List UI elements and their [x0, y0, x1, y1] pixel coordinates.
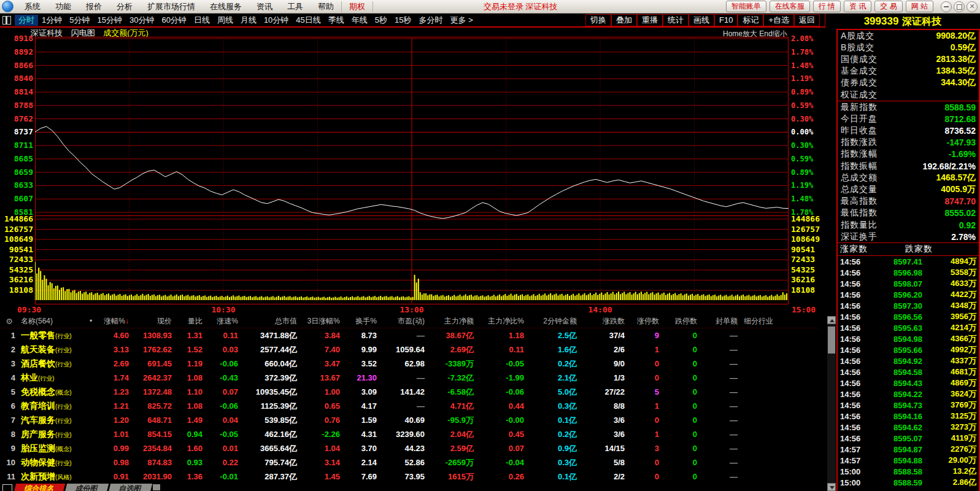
toolbar-button[interactable]: 标记 — [738, 14, 763, 26]
column-header[interactable]: 涨停数 — [628, 315, 663, 328]
axis-label: 144866 — [1, 214, 33, 224]
tick-price: 8597.30 — [870, 301, 922, 311]
period-tab[interactable]: 15秒 — [391, 15, 415, 26]
column-header[interactable]: 跌停数 — [663, 315, 701, 328]
column-header[interactable]: 总市值 — [242, 315, 301, 328]
table-scrollbar[interactable] — [827, 316, 836, 491]
column-header[interactable]: 细分行业 — [741, 315, 819, 328]
period-tab[interactable]: 1分钟 — [38, 15, 66, 26]
table-row[interactable]: 8房产服务(行业)1.01854.150.94-0.05462.16亿-2.26… — [0, 427, 819, 441]
column-header-name[interactable]: 名称(564) — [18, 315, 87, 328]
quick-button[interactable]: 交 易 — [874, 1, 902, 12]
toolbar-button[interactable]: 重播 — [637, 14, 663, 26]
layout-icon[interactable] — [2, 16, 11, 25]
period-tab[interactable]: 年线 — [348, 15, 371, 26]
scroll-up-icon[interactable] — [827, 316, 836, 324]
table-row[interactable]: 9胎压监测(概念)0.992354.841.600.013665.64亿1.04… — [0, 441, 819, 455]
menu-item-top[interactable]: 功能 — [48, 2, 79, 11]
data-cell: -0.05 — [477, 357, 528, 371]
quick-button[interactable]: 在线客服 — [770, 1, 810, 12]
column-header[interactable]: 主力净额 — [428, 315, 477, 328]
data-cell: 0 — [628, 413, 663, 427]
data-cell: — — [701, 342, 741, 357]
menu-item-top[interactable]: 工具 — [280, 2, 311, 11]
sector-type-tag: (行业) — [55, 460, 72, 466]
menu-item-top[interactable]: 帮助 — [311, 2, 341, 11]
menu-item-top[interactable]: 系统 — [17, 2, 48, 11]
period-tab[interactable]: 5秒 — [371, 15, 391, 26]
period-tab[interactable]: 多分时 — [415, 15, 447, 26]
minimize-button[interactable] — [941, 1, 952, 12]
quick-button[interactable]: 网 站 — [906, 1, 933, 12]
menu-item-options[interactable]: 期权 — [341, 1, 373, 12]
toolbar-button[interactable]: 切换 — [585, 14, 611, 26]
menu-item-top[interactable]: 报价 — [79, 2, 109, 11]
table-row[interactable]: 11次新预增(风格)0.912031.901.36-0.01287.37亿1.4… — [0, 470, 819, 483]
toolbar-button[interactable]: +自选 — [763, 14, 794, 26]
table-row[interactable]: 10动物保健(行业)0.98874.830.930.22795.74亿3.142… — [0, 455, 819, 470]
bottom-tab[interactable]: 成份图 — [64, 484, 109, 491]
column-header[interactable]: 3日涨幅% — [301, 315, 344, 328]
close-button[interactable]: ✕ — [966, 1, 978, 12]
column-header[interactable]: 现价 — [133, 315, 176, 328]
table-row[interactable]: 7汽车服务(行业)1.20648.711.490.04539.85亿0.761.… — [0, 413, 819, 427]
column-header[interactable]: 换手% — [344, 315, 380, 328]
toolbar-button[interactable]: F10 — [714, 14, 738, 26]
menu-item-top[interactable]: 资讯 — [249, 2, 280, 11]
menu-item-top[interactable]: 扩展市场行情 — [140, 2, 203, 11]
tab-scroll-button[interactable] — [153, 484, 160, 490]
table-row[interactable]: 1一般零售(行业)4.601308.931.310.113471.88亿3.84… — [0, 328, 819, 342]
column-header[interactable]: 涨幅%↓ — [98, 315, 133, 328]
period-tab[interactable]: 周线 — [214, 15, 237, 26]
period-tab[interactable]: 更多 > — [447, 15, 477, 26]
quick-button[interactable]: 智能账单 — [726, 1, 766, 12]
chart-plot[interactable] — [35, 37, 789, 304]
settings-icon[interactable]: ⚙ — [0, 315, 18, 328]
quick-button[interactable]: 资 讯 — [844, 1, 871, 12]
tick-price: 8597.41 — [870, 257, 922, 266]
column-header[interactable]: 涨速% — [206, 315, 242, 328]
toolbar-button[interactable]: 返回 — [794, 14, 820, 26]
sector-type-tag: (行业) — [55, 417, 72, 424]
table-row[interactable]: 6教育培训(行业)1.21825.721.08-0.061125.39亿0.65… — [0, 399, 819, 413]
column-header[interactable]: 2分钟金额 — [528, 315, 581, 328]
data-cell: 1.04 — [301, 441, 344, 455]
bottom-tab[interactable]: 综合排名 — [14, 484, 65, 491]
scrollbar-thumb[interactable] — [828, 327, 835, 354]
data-cell: 9 — [628, 328, 663, 342]
tab-corner-icon[interactable] — [2, 484, 12, 491]
toolbar-button[interactable]: 统计 — [663, 14, 689, 26]
restore-button[interactable] — [954, 1, 965, 12]
menu-item-top[interactable]: 在线服务 — [203, 2, 249, 11]
period-tab[interactable]: 60分钟 — [158, 15, 190, 26]
scroll-down-icon[interactable] — [827, 483, 836, 491]
table-row[interactable]: 2航天装备(行业)3.131762.621.520.032577.44亿7.40… — [0, 342, 819, 357]
quick-button[interactable]: 行 情 — [813, 1, 841, 12]
column-header-dot[interactable]: • — [87, 315, 98, 328]
column-header[interactable]: 主力净比% — [477, 315, 528, 328]
table-row[interactable]: 4林业(行业)1.742642.371.08-0.43372.39亿13.672… — [0, 371, 819, 385]
toolbar-button[interactable]: 画线 — [689, 14, 714, 26]
table-row[interactable]: 3酒店餐饮(行业)2.69691.451.19-0.06660.04亿3.473… — [0, 357, 819, 371]
period-tab[interactable]: 日线 — [190, 15, 214, 26]
column-header[interactable]: 市盈(动) — [380, 315, 428, 328]
period-tab[interactable]: 15分钟 — [93, 15, 125, 26]
period-tab[interactable]: 季线 — [325, 15, 348, 26]
data-cell: 3 — [628, 441, 663, 455]
menu-item-top[interactable]: 分析 — [109, 2, 140, 11]
period-tab[interactable]: 月线 — [237, 15, 260, 26]
bottom-tab[interactable]: 自选图 — [108, 484, 152, 491]
period-tab[interactable]: 10分钟 — [260, 15, 292, 26]
period-tab[interactable]: 5分钟 — [66, 15, 93, 26]
intraday-chart[interactable]: 深证科技 闪电图 成交额(万元) Home放大 End缩小 8918889288… — [0, 28, 825, 315]
period-tab[interactable]: 分时 — [15, 15, 38, 26]
period-tab[interactable]: 30分钟 — [126, 15, 158, 26]
column-header[interactable]: 涨跌数 — [581, 315, 628, 328]
panel-stat-row: 今日开盘8712.68 — [838, 113, 979, 125]
column-header[interactable]: 封单额 — [701, 315, 741, 328]
data-cell: 3.52 — [344, 357, 380, 371]
period-tab[interactable]: 45日线 — [292, 15, 324, 26]
toolbar-button[interactable]: 叠加 — [611, 14, 637, 26]
table-row[interactable]: 5免税概念(概念)1.231372.481.100.0710935.45亿1.0… — [0, 385, 819, 399]
column-header[interactable]: 量比 — [176, 315, 206, 328]
